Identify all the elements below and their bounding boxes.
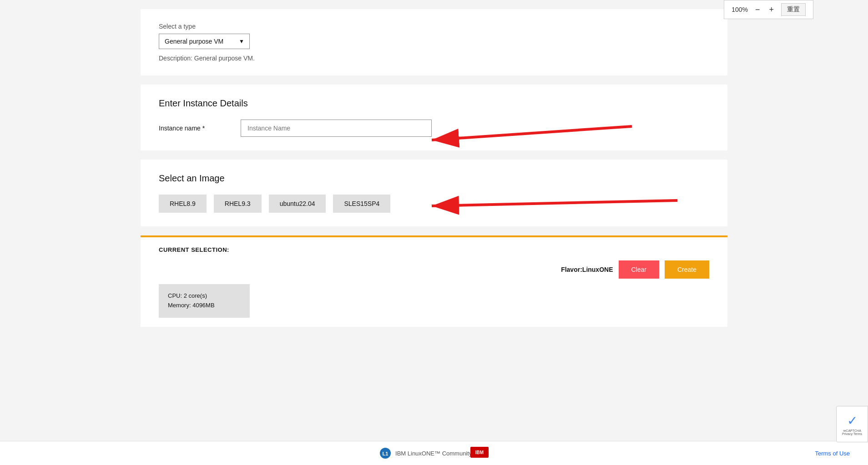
footer: L1 IBM LinuxONE™ Community Cloud IBM Ter… — [0, 441, 868, 465]
image-btn-rhel93[interactable]: RHEL9.3 — [214, 195, 262, 213]
svg-text:IBM: IBM — [475, 450, 484, 455]
selection-details: CPU: 2 core(s) Memory: 4096MB — [159, 284, 250, 318]
flavor-text: Flavor:LinuxONE — [561, 266, 613, 273]
instance-field-row: Instance name * — [159, 120, 709, 137]
clear-button[interactable]: Clear — [619, 260, 659, 279]
zoom-level: 100% — [732, 6, 748, 13]
image-section: Select an Image RHEL8.9 RHEL9.3 ubuntu22… — [141, 160, 727, 226]
current-selection-section: CURRENT SELECTION: Flavor:LinuxONE Clear… — [141, 235, 727, 327]
image-btn-sles15sp4[interactable]: SLES15SP4 — [333, 195, 390, 213]
instance-section: Enter Instance Details Instance name * — [141, 85, 727, 150]
image-buttons-row: RHEL8.9 RHEL9.3 ubuntu22.04 SLES15SP4 — [159, 195, 709, 213]
type-section: Select a type General purpose VM LinuxON… — [141, 9, 727, 75]
cpu-detail: CPU: 2 core(s) — [168, 291, 241, 301]
flavor-prefix: Flavor: — [561, 266, 582, 273]
zoom-in-button[interactable]: + — [767, 5, 776, 15]
flavor-line: Flavor:LinuxONE Clear Create — [159, 260, 709, 279]
instance-field-row-wrapper: Instance name * — [159, 120, 709, 137]
recaptcha-check-icon: ✓ — [847, 413, 858, 428]
instance-name-label: Instance name * — [159, 125, 232, 132]
instance-name-input[interactable] — [241, 120, 432, 137]
image-btn-rhel89[interactable]: RHEL8.9 — [159, 195, 207, 213]
flavor-value: LinuxONE — [582, 266, 613, 273]
terms-of-use-link[interactable]: Terms of Use — [815, 450, 850, 457]
type-label: Select a type — [159, 23, 709, 30]
type-description: Description: General purpose VM. — [159, 55, 709, 62]
zoom-reset-button[interactable]: 重置 — [781, 3, 806, 16]
image-buttons-wrapper: RHEL8.9 RHEL9.3 ubuntu22.04 SLES15SP4 — [159, 195, 709, 213]
current-selection-label: CURRENT SELECTION: — [159, 246, 709, 253]
recaptcha-text: reCAPTCHAPrivacy·Terms — [842, 429, 862, 435]
ibm-linuxone-logo-icon: L1 — [379, 447, 392, 460]
type-select-wrapper: General purpose VM LinuxONE ▼ — [159, 34, 250, 49]
zoom-out-button[interactable]: − — [753, 5, 762, 15]
ibm-badge: IBM — [470, 447, 489, 460]
memory-detail: Memory: 4096MB — [168, 301, 241, 310]
main-content: Select a type General purpose VM LinuxON… — [122, 0, 746, 372]
create-button[interactable]: Create — [665, 260, 709, 279]
svg-text:L1: L1 — [383, 451, 389, 456]
type-select[interactable]: General purpose VM LinuxONE — [159, 34, 250, 49]
image-btn-ubuntu2204[interactable]: ubuntu22.04 — [269, 195, 326, 213]
image-section-title: Select an Image — [159, 173, 709, 184]
ibm-red-logo-icon: IBM — [470, 447, 489, 458]
instance-section-title: Enter Instance Details — [159, 98, 709, 109]
recaptcha-badge: ✓ reCAPTCHAPrivacy·Terms — [836, 406, 868, 442]
zoom-bar: 100% − + 重置 — [724, 0, 813, 19]
